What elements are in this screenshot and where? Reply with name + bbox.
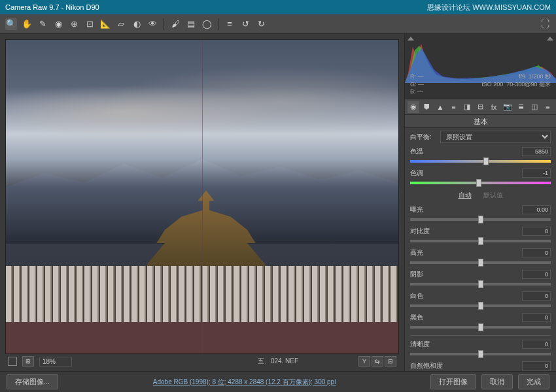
vibrance-input[interactable] (522, 361, 551, 370)
temp-input[interactable] (522, 147, 551, 156)
grid-plus-icon[interactable]: ⊞ (22, 356, 34, 367)
tab-split-icon[interactable]: ◨ (461, 101, 473, 113)
footer: 存储图像... Adobe RGB (1998); 8 位; 4288 x 28… (0, 371, 556, 392)
save-image-button[interactable]: 存储图像... (7, 374, 58, 389)
histogram[interactable]: R: — G: — B: — f/9 1/200 秒 ISO 200 70-30… (405, 34, 556, 99)
filename-label: 五、024. NEF (258, 357, 298, 366)
redeye-tool-icon[interactable]: 👁 (147, 18, 158, 30)
rotate-ccw-icon[interactable]: ↺ (239, 18, 251, 30)
slider-tint[interactable]: 色调 (410, 169, 551, 187)
done-button[interactable]: 完成 (518, 374, 549, 389)
whites-input[interactable] (522, 291, 551, 301)
graduated-filter-icon[interactable]: ▤ (185, 18, 197, 30)
right-panel: R: — G: — B: — f/9 1/200 秒 ISO 200 70-30… (404, 34, 556, 371)
spot-removal-icon[interactable]: ◐ (131, 18, 143, 30)
tab-presets-icon[interactable]: ≣ (515, 101, 527, 113)
shadow-clip-icon[interactable] (408, 37, 414, 41)
tab-hsl-icon[interactable]: ≡ (448, 101, 460, 113)
tab-fx-icon[interactable]: fx (488, 101, 500, 113)
wb-label: 白平衡: (410, 133, 436, 142)
fullscreen-toggle-icon[interactable]: ⛶ (539, 18, 551, 30)
contrast-input[interactable] (522, 227, 551, 236)
hand-tool-icon[interactable]: ✋ (21, 18, 33, 30)
slider-contrast[interactable]: 对比度 (410, 227, 551, 245)
default-button[interactable]: 默认值 (483, 191, 503, 200)
slider-vibrance[interactable]: 自然饱和度 (410, 361, 551, 371)
preferences-icon[interactable]: ≡ (224, 18, 235, 30)
transform-tool-icon[interactable]: ▱ (115, 18, 127, 30)
shadows-input[interactable] (522, 270, 551, 279)
blacks-input[interactable] (522, 313, 551, 322)
auto-button[interactable]: 自动 (459, 191, 472, 200)
rotate-cw-icon[interactable]: ↻ (255, 18, 267, 30)
tab-curve-icon[interactable]: ⛊ (421, 101, 433, 113)
eyedropper-wb-icon[interactable]: ✎ (37, 18, 48, 30)
slider-shadows[interactable]: 阴影 (410, 270, 551, 288)
panel-menu-icon[interactable]: ≡ (542, 101, 553, 113)
app-title: Camera Raw 9.7 - Nikon D90 (5, 3, 99, 11)
tab-lens-icon[interactable]: ⊟ (475, 101, 487, 113)
tab-camera-icon[interactable]: 📷 (502, 101, 513, 113)
tab-detail-icon[interactable]: ▲ (434, 101, 446, 113)
highlights-input[interactable] (522, 248, 551, 257)
adjustment-brush-icon[interactable]: 🖌 (169, 18, 181, 30)
slider-whites[interactable]: 白色 (410, 291, 551, 310)
workflow-link[interactable]: Adobe RGB (1998); 8 位; 4288 x 2848 (12.2… (63, 378, 425, 387)
before-after-button[interactable]: Y (358, 356, 370, 367)
open-image-button[interactable]: 打开图像 (430, 374, 476, 389)
zoom-select[interactable] (39, 357, 72, 367)
crop-tool-icon[interactable]: ⊡ (84, 18, 96, 30)
cancel-button[interactable]: 取消 (481, 374, 513, 389)
tab-snapshots-icon[interactable]: ◫ (529, 101, 540, 113)
slider-blacks[interactable]: 黑色 (410, 313, 551, 331)
filmstrip-toggle-icon[interactable] (8, 357, 17, 366)
straighten-tool-icon[interactable]: 📐 (99, 18, 111, 30)
panel-title: 基本 (405, 115, 556, 128)
titlebar: Camera Raw 9.7 - Nikon D90 思缘设计论坛 WWW.MI… (0, 0, 556, 14)
zoom-tool-icon[interactable]: 🔍 (5, 18, 17, 30)
panel-tabs: ◉ ⛊ ▲ ≡ ◨ ⊟ fx 📷 ≣ ◫ ≡ (405, 99, 556, 115)
tint-input[interactable] (522, 169, 551, 178)
slider-clarity[interactable]: 清晰度 (410, 340, 551, 358)
toolbar: 🔍 ✋ ✎ ◉ ⊕ ⊡ 📐 ▱ ◐ 👁 🖌 ▤ ◯ ≡ ↺ ↻ ⛶ (0, 14, 556, 34)
basic-panel: 白平衡: 原照设置 色温 色调 自动 默认值 曝光 对比度 (405, 128, 556, 371)
exposure-input[interactable] (522, 205, 551, 214)
tab-basic-icon[interactable]: ◉ (408, 101, 419, 113)
slider-highlights[interactable]: 高光 (410, 248, 551, 267)
image-preview[interactable] (5, 39, 399, 354)
watermark: 思缘设计论坛 WWW.MISSYUAN.COM (427, 3, 551, 12)
slider-exposure[interactable]: 曝光 (410, 205, 551, 223)
radial-filter-icon[interactable]: ◯ (201, 18, 213, 30)
clarity-input[interactable] (522, 340, 551, 349)
highlight-clip-icon[interactable] (547, 37, 553, 41)
copy-settings-icon[interactable]: ⊟ (385, 356, 396, 367)
preview-area: ⊞ 五、024. NEF Y ⇆ ⊟ (0, 34, 404, 371)
target-adjust-icon[interactable]: ⊕ (68, 18, 80, 30)
color-sampler-icon[interactable]: ◉ (52, 18, 64, 30)
wb-select[interactable]: 原照设置 (440, 131, 551, 143)
swap-view-icon[interactable]: ⇆ (372, 356, 383, 367)
slider-temperature[interactable]: 色温 (410, 147, 551, 165)
